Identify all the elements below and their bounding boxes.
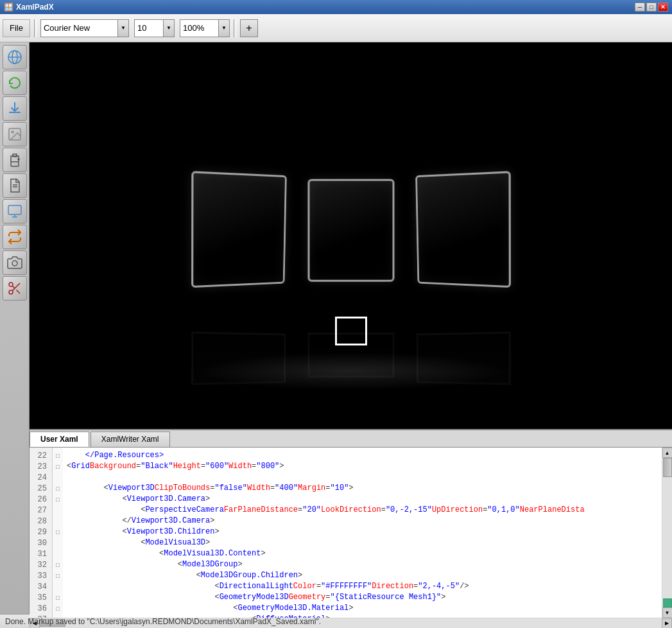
expand-23[interactable]: □ (53, 461, 63, 472)
minimize-button[interactable]: ─ (635, 3, 645, 12)
code-line-22: </Page.Resources> (67, 450, 658, 461)
download-tool-button[interactable] (3, 96, 27, 121)
line-num-29: 29 (30, 527, 49, 537)
svg-point-13 (12, 261, 17, 266)
monitor-tool-button[interactable] (3, 199, 27, 223)
svg-line-18 (12, 286, 15, 288)
expand-26[interactable]: □ (53, 494, 63, 505)
panel-right-wrapper (413, 174, 510, 286)
code-line-24 (67, 472, 658, 483)
separator-1 (34, 19, 37, 37)
svg-rect-10 (8, 205, 21, 214)
expand-29[interactable]: □ (53, 527, 63, 537)
svg-point-14 (9, 283, 13, 286)
preview-area (30, 42, 672, 429)
scroll-down-button[interactable]: ▼ (662, 607, 673, 618)
expand-27 (53, 505, 63, 516)
line-num-36: 36 (30, 603, 49, 614)
code-line-27: <PerspectiveCamera FarPlaneDistance="20"… (67, 505, 658, 516)
tab-user-xaml[interactable]: User Xaml (30, 432, 89, 447)
panel-left-wrapper (192, 174, 288, 286)
expand-24 (53, 472, 63, 483)
code-line-32: <Model3DGroup> (67, 559, 658, 570)
left-toolbar (0, 42, 30, 614)
print-tool-button[interactable] (3, 148, 27, 172)
expand-37 (53, 614, 63, 618)
scroll-up-button[interactable]: ▲ (662, 448, 673, 458)
expand-22[interactable]: □ (53, 450, 63, 461)
code-editor: 22 23 24 25 26 27 28 29 30 31 32 33 34 3… (30, 448, 672, 618)
scroll-green-indicator (663, 598, 672, 607)
code-line-26: <Viewport3D.Camera> (67, 494, 658, 505)
panel-right (415, 171, 511, 288)
code-line-29: <Viewport3D.Children> (67, 527, 658, 537)
size-dropdown-button[interactable]: ▼ (163, 19, 175, 37)
scissors-tool-button[interactable] (3, 276, 27, 301)
line-num-24: 24 (30, 472, 49, 483)
loop-tool-button[interactable] (3, 225, 27, 249)
code-line-25: <Viewport3D ClipToBounds="false" Width="… (67, 483, 658, 494)
code-line-28: </Viewport3D.Camera> (67, 516, 658, 527)
line-num-31: 31 (30, 548, 49, 559)
document-tool-button[interactable] (3, 173, 27, 198)
camera-tool-button[interactable] (3, 250, 27, 275)
expand-icons: □ □ □ □ □ □ □ □ □ □ (53, 448, 63, 618)
file-menu[interactable]: File (3, 19, 30, 37)
svg-rect-5 (11, 162, 19, 166)
maximize-button[interactable]: □ (646, 3, 657, 12)
expand-32[interactable]: □ (53, 559, 63, 570)
line-numbers: 22 23 24 25 26 27 28 29 30 31 32 33 34 3… (30, 448, 53, 618)
line-num-28: 28 (30, 516, 49, 527)
add-button[interactable]: + (240, 19, 258, 37)
scroll-track-v (663, 458, 672, 598)
font-size-selector: ▼ (134, 19, 175, 37)
code-content[interactable]: </Page.Resources> <Grid Background="Blac… (63, 448, 662, 618)
font-selector: ▼ (40, 19, 129, 37)
title-text: XamlPadX (16, 3, 54, 12)
line-num-32: 32 (30, 559, 49, 570)
toolbar: File ▼ ▼ ▼ + (0, 14, 672, 42)
code-line-31: <ModelVisual3D.Content> (67, 548, 658, 559)
close-button[interactable]: ✕ (658, 3, 668, 12)
zoom-selector: ▼ (180, 19, 230, 37)
globe-tool-button[interactable] (3, 45, 27, 69)
expand-33[interactable]: □ (53, 570, 63, 581)
expand-30 (53, 537, 63, 548)
refresh-tool-button[interactable] (3, 71, 27, 95)
line-num-33: 33 (30, 570, 49, 581)
app-icon: 🪟 (4, 3, 13, 12)
line-num-37: 37 (30, 614, 49, 618)
code-line-36: <GeometryModel3D.Material> (67, 603, 658, 614)
line-num-34: 34 (30, 581, 49, 592)
code-line-23: <Grid Background="Black" Height="600" Wi… (67, 461, 658, 472)
main-area: User Xaml XamlWriter Xaml 22 23 24 25 26… (0, 42, 672, 614)
font-size-input[interactable] (134, 19, 163, 37)
status-text: Done. Markup saved to "C:\Users\jgalasyn… (5, 617, 321, 626)
expand-36[interactable]: □ (53, 603, 63, 614)
panel-center-wrapper (307, 179, 394, 281)
panel-left (191, 171, 287, 288)
font-name-input[interactable] (40, 19, 117, 37)
svg-line-17 (16, 290, 20, 293)
scroll-right-button[interactable]: ▶ (662, 618, 672, 629)
vertical-scrollbar: ▲ ▼ (662, 448, 672, 618)
scroll-thumb-v[interactable] (663, 458, 672, 477)
font-dropdown-button[interactable]: ▼ (117, 19, 129, 37)
line-num-30: 30 (30, 537, 49, 548)
expand-35[interactable]: □ (53, 592, 63, 603)
code-line-37: <DiffuseMaterial> (67, 614, 658, 618)
code-line-33: <Model3DGroup.Children> (67, 570, 658, 581)
line-num-23: 23 (30, 461, 49, 472)
code-line-34: <DirectionalLight Color="#FFFFFFFF" Dire… (67, 581, 658, 592)
tab-xamlwriter-xaml[interactable]: XamlWriter Xaml (90, 432, 170, 447)
line-num-22: 22 (30, 450, 49, 461)
code-23-bracket: < (67, 461, 71, 472)
small-square (335, 317, 367, 345)
panel-center (307, 179, 394, 281)
zoom-input[interactable] (180, 19, 218, 37)
svg-rect-6 (13, 154, 17, 157)
image-tool-button[interactable] (3, 122, 27, 146)
zoom-dropdown-button[interactable]: ▼ (218, 19, 230, 37)
expand-25[interactable]: □ (53, 483, 63, 494)
bottom-section: User Xaml XamlWriter Xaml 22 23 24 25 26… (30, 429, 672, 628)
